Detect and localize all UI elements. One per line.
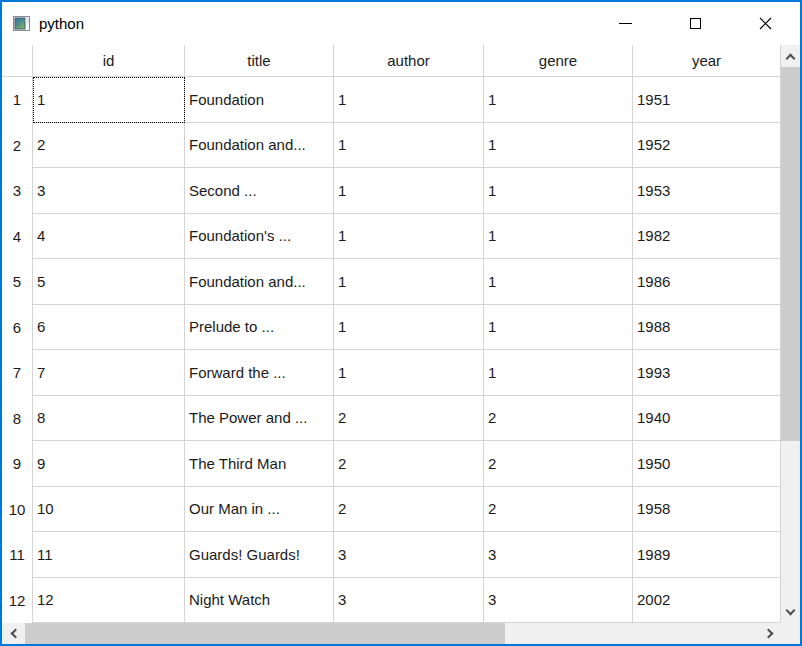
horizontal-scrollbar-track[interactable] <box>505 623 758 644</box>
scroll-up-button[interactable] <box>781 45 800 67</box>
cell-year[interactable]: 1989 <box>633 532 781 578</box>
cell-title[interactable]: The Power and ... <box>185 396 334 442</box>
column-header-genre[interactable]: genre <box>484 45 633 76</box>
cell-year[interactable]: 1952 <box>633 123 781 169</box>
cell-id[interactable]: 7 <box>33 350 185 396</box>
minimize-button[interactable] <box>590 2 660 45</box>
row-header[interactable]: 8 <box>2 396 33 442</box>
cell-genre[interactable]: 3 <box>484 532 633 578</box>
cell-genre[interactable]: 2 <box>484 396 633 442</box>
cell-author[interactable]: 2 <box>334 487 484 533</box>
vertical-scrollbar-thumb[interactable] <box>781 67 800 441</box>
cell-author[interactable]: 1 <box>334 123 484 169</box>
close-button[interactable] <box>730 2 800 45</box>
cell-title[interactable]: Our Man in ... <box>185 487 334 533</box>
column-header-id[interactable]: id <box>33 45 185 76</box>
cell-year[interactable]: 1940 <box>633 396 781 442</box>
cell-genre[interactable]: 1 <box>484 305 633 351</box>
cell-title[interactable]: Night Watch <box>185 578 334 624</box>
scroll-down-button[interactable] <box>781 601 800 623</box>
row-header[interactable]: 3 <box>2 168 33 214</box>
row-header[interactable]: 1 <box>2 77 33 123</box>
cell-author[interactable]: 1 <box>334 77 484 123</box>
table-row: 6 6 Prelude to ... 1 1 1988 <box>2 305 781 351</box>
cell-genre[interactable]: 3 <box>484 578 633 624</box>
row-header[interactable]: 10 <box>2 487 33 533</box>
table-view: id title author genre year 1 1 Foundatio… <box>2 45 800 623</box>
cell-title[interactable]: Guards! Guards! <box>185 532 334 578</box>
cell-id[interactable]: 10 <box>33 487 185 533</box>
column-header-author[interactable]: author <box>334 45 484 76</box>
cell-genre[interactable]: 2 <box>484 487 633 533</box>
row-header[interactable]: 7 <box>2 350 33 396</box>
cell-id[interactable]: 1 <box>33 77 185 123</box>
cell-id[interactable]: 5 <box>33 259 185 305</box>
row-header[interactable]: 4 <box>2 214 33 260</box>
cell-year[interactable]: 1988 <box>633 305 781 351</box>
cell-author[interactable]: 3 <box>334 532 484 578</box>
table-row: 1 1 Foundation 1 1 1951 <box>2 77 781 123</box>
cell-author[interactable]: 1 <box>334 214 484 260</box>
cell-title[interactable]: Foundation's ... <box>185 214 334 260</box>
cell-year[interactable]: 1951 <box>633 77 781 123</box>
cell-id[interactable]: 9 <box>33 441 185 487</box>
row-header[interactable]: 12 <box>2 578 33 624</box>
vertical-scrollbar-track[interactable] <box>781 441 800 601</box>
cell-author[interactable]: 1 <box>334 305 484 351</box>
cell-title[interactable]: Foundation <box>185 77 334 123</box>
cell-title[interactable]: Forward the ... <box>185 350 334 396</box>
cell-genre[interactable]: 1 <box>484 259 633 305</box>
cell-genre[interactable]: 2 <box>484 441 633 487</box>
row-header[interactable]: 9 <box>2 441 33 487</box>
cell-year[interactable]: 1982 <box>633 214 781 260</box>
row-header[interactable]: 11 <box>2 532 33 578</box>
cell-author[interactable]: 3 <box>334 578 484 624</box>
cell-year[interactable]: 1993 <box>633 350 781 396</box>
cell-id[interactable]: 4 <box>33 214 185 260</box>
cell-genre[interactable]: 1 <box>484 77 633 123</box>
cell-id[interactable]: 11 <box>33 532 185 578</box>
close-icon <box>759 17 772 30</box>
cell-id[interactable]: 12 <box>33 578 185 624</box>
cell-author[interactable]: 2 <box>334 441 484 487</box>
tk-app-icon <box>13 16 30 31</box>
cell-year[interactable]: 1953 <box>633 168 781 214</box>
row-header[interactable]: 6 <box>2 305 33 351</box>
table-header-row: id title author genre year <box>2 45 781 77</box>
cell-id[interactable]: 6 <box>33 305 185 351</box>
row-header[interactable]: 5 <box>2 259 33 305</box>
cell-year[interactable]: 1958 <box>633 487 781 533</box>
cell-title[interactable]: Foundation and... <box>185 259 334 305</box>
horizontal-scrollbar[interactable] <box>2 623 781 644</box>
table-row: 2 2 Foundation and... 1 1 1952 <box>2 123 781 169</box>
cell-genre[interactable]: 1 <box>484 350 633 396</box>
scroll-right-button[interactable] <box>758 623 781 644</box>
cell-author[interactable]: 1 <box>334 259 484 305</box>
chevron-left-icon <box>10 629 20 639</box>
horizontal-scrollbar-thumb[interactable] <box>25 623 505 644</box>
scroll-left-button[interactable] <box>2 623 25 644</box>
cell-author[interactable]: 1 <box>334 168 484 214</box>
column-header-title[interactable]: title <box>185 45 334 76</box>
cell-year[interactable]: 1950 <box>633 441 781 487</box>
corner-header[interactable] <box>2 45 33 76</box>
cell-author[interactable]: 1 <box>334 350 484 396</box>
maximize-button[interactable] <box>660 2 730 45</box>
cell-genre[interactable]: 1 <box>484 168 633 214</box>
cell-genre[interactable]: 1 <box>484 214 633 260</box>
row-header[interactable]: 2 <box>2 123 33 169</box>
cell-title[interactable]: Prelude to ... <box>185 305 334 351</box>
cell-title[interactable]: Foundation and... <box>185 123 334 169</box>
cell-genre[interactable]: 1 <box>484 123 633 169</box>
cell-year[interactable]: 1986 <box>633 259 781 305</box>
column-header-year[interactable]: year <box>633 45 781 76</box>
cell-title[interactable]: The Third Man <box>185 441 334 487</box>
vertical-scrollbar[interactable] <box>781 45 800 623</box>
cell-id[interactable]: 8 <box>33 396 185 442</box>
cell-year[interactable]: 2002 <box>633 578 781 624</box>
cell-id[interactable]: 2 <box>33 123 185 169</box>
cell-author[interactable]: 2 <box>334 396 484 442</box>
cell-id[interactable]: 3 <box>33 168 185 214</box>
title-bar[interactable]: python <box>2 2 800 45</box>
cell-title[interactable]: Second ... <box>185 168 334 214</box>
